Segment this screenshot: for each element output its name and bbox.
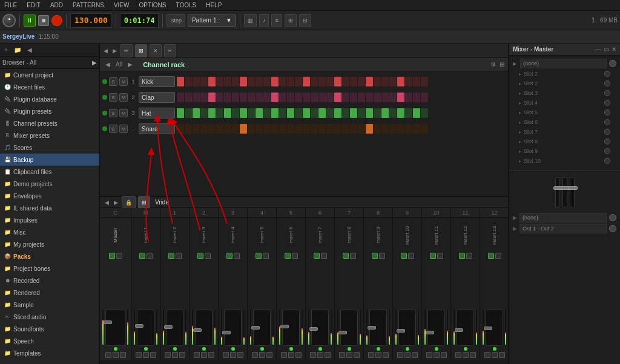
- mixer-ch-bottom-btn-2-5[interactable]: [259, 352, 265, 358]
- master-fader-knob-3[interactable]: [568, 186, 578, 190]
- slot-subknob-1[interactable]: [604, 71, 610, 77]
- mixer-ch-btn-2-5[interactable]: [263, 253, 269, 259]
- mixer-ch-btn-2-12[interactable]: [466, 253, 472, 259]
- mixer-ch-bottom-btn-1-1[interactable]: [136, 352, 142, 358]
- mixer-green-light-5[interactable]: [260, 347, 264, 351]
- pad-kick-25[interactable]: [374, 77, 381, 86]
- pad-hat-6[interactable]: [224, 108, 231, 118]
- mixer-fader-track-6[interactable]: [282, 310, 300, 346]
- record-button[interactable]: [51, 15, 62, 26]
- pad-hat-22[interactable]: [350, 108, 357, 118]
- mixer-ch-bottom-btn-2-6[interactable]: [288, 352, 294, 358]
- ch-power-kick[interactable]: [102, 79, 107, 84]
- pad-hat-31[interactable]: [421, 108, 428, 118]
- mixer-ch-bottom-btn-3-3[interactable]: [208, 352, 214, 358]
- mixer-fader-track-1[interactable]: [137, 310, 154, 346]
- mixer-fader-track-5[interactable]: [253, 310, 271, 346]
- pad-kick-4[interactable]: [208, 77, 216, 86]
- mixer-ch-btn-green-13[interactable]: [488, 253, 494, 259]
- sidebar-item-backup[interactable]: 💾 Backup: [0, 154, 99, 166]
- mixer-ch-btn-green-0[interactable]: [109, 253, 115, 259]
- menu-item-tools[interactable]: TOOLS: [174, 2, 198, 8]
- pad-snare-30[interactable]: [413, 124, 420, 134]
- pad-hat-30[interactable]: [413, 108, 420, 118]
- rack-grid-icon[interactable]: ⊞: [500, 61, 504, 68]
- toolbar-mixer-btn[interactable]: ▥: [244, 14, 257, 27]
- pad-clap-31[interactable]: [421, 93, 428, 102]
- pad-kick-19[interactable]: [326, 77, 334, 86]
- mixer-fader-track-11[interactable]: [427, 310, 445, 346]
- pad-kick-13[interactable]: [279, 77, 286, 86]
- pad-clap-13[interactable]: [279, 93, 286, 102]
- mixer-green-light-2[interactable]: [173, 347, 177, 351]
- mixer-green-light-1[interactable]: [144, 347, 148, 351]
- footer-slot-arrow-0[interactable]: ▶: [513, 215, 517, 221]
- sidebar-item-channel-presets[interactable]: 🎛 Channel presets: [0, 117, 99, 129]
- footer-slot-name-0[interactable]: (none): [519, 213, 607, 223]
- pl-view-btn[interactable]: ⊞: [138, 196, 150, 209]
- pad-snare-18[interactable]: [318, 124, 326, 134]
- mixer-ch-bottom-btn-3-2[interactable]: [179, 352, 185, 358]
- mixer-ch-btn-green-2[interactable]: [168, 253, 174, 259]
- seq-nav-left[interactable]: ◀: [102, 47, 109, 54]
- mixer-ch-btn-green-4[interactable]: [226, 253, 232, 259]
- mixer-green-light-9[interactable]: [377, 347, 380, 351]
- mixer-ch-bottom-btn-1-10[interactable]: [397, 352, 403, 358]
- pad-hat-29[interactable]: [405, 108, 412, 118]
- menu-item-file[interactable]: FILE: [2, 2, 19, 8]
- sidebar-item-sliced-audio[interactable]: ✂ Sliced audio: [0, 311, 99, 323]
- footer-slot-name-1[interactable]: Out 1 - Out 2: [519, 224, 607, 233]
- pad-hat-26[interactable]: [381, 108, 389, 118]
- mixer-ch-bottom-btn-2-1[interactable]: [143, 352, 149, 358]
- mixer-green-light-13[interactable]: [493, 347, 496, 351]
- pad-clap-17[interactable]: [311, 93, 318, 102]
- pad-kick-15[interactable]: [295, 77, 302, 86]
- pad-snare-5[interactable]: [216, 124, 223, 134]
- pad-hat-10[interactable]: [256, 108, 263, 118]
- pad-clap-12[interactable]: [271, 93, 279, 102]
- sidebar-item-il-shared-data[interactable]: 📁 IL shared data: [0, 202, 99, 214]
- sidebar-item-packs[interactable]: 📦 Packs: [0, 250, 99, 262]
- pad-hat-4[interactable]: [208, 108, 216, 118]
- mixer-ch-btn-green-1[interactable]: [139, 253, 145, 259]
- mixer-ch-bottom-btn-2-12[interactable]: [463, 352, 469, 358]
- pad-snare-25[interactable]: [374, 124, 381, 134]
- pad-kick-24[interactable]: [366, 77, 373, 86]
- seq-split-btn[interactable]: ✂: [164, 44, 176, 57]
- pad-snare-12[interactable]: [271, 124, 279, 134]
- pad-snare-17[interactable]: [311, 124, 318, 134]
- pad-clap-30[interactable]: [413, 93, 420, 102]
- mixer-ch-btn-2-8[interactable]: [350, 253, 356, 259]
- ch-solo-kick[interactable]: S: [109, 77, 117, 86]
- pad-clap-10[interactable]: [256, 93, 263, 102]
- mixer-ch-bottom-btn-2-4[interactable]: [230, 352, 236, 358]
- mixer-ch-bottom-btn-1-8[interactable]: [339, 352, 345, 358]
- pad-snare-15[interactable]: [295, 124, 302, 134]
- pad-hat-5[interactable]: [216, 108, 223, 118]
- mixer-ch-btn-green-7[interactable]: [314, 253, 320, 259]
- pad-snare-22[interactable]: [350, 124, 357, 134]
- slot-subknob-2[interactable]: [604, 80, 610, 86]
- pad-hat-19[interactable]: [326, 108, 334, 118]
- sidebar-item-clipboard-files[interactable]: 📋 Clipboard files: [0, 166, 99, 178]
- ch-name-btn-hat[interactable]: Hat: [139, 108, 175, 119]
- slot-subknob-8[interactable]: [604, 138, 610, 145]
- pad-clap-3[interactable]: [200, 93, 208, 102]
- mixer-fader-knob-4[interactable]: [222, 331, 231, 334]
- pad-kick-9[interactable]: [248, 77, 255, 86]
- mixer-ch-bottom-btn-1-9[interactable]: [368, 352, 374, 358]
- pad-kick-18[interactable]: [318, 77, 326, 86]
- ch-solo-clap[interactable]: S: [109, 93, 117, 102]
- mixer-ch-bottom-btn-2-13[interactable]: [492, 352, 498, 358]
- pad-clap-5[interactable]: [216, 93, 223, 102]
- pad-clap-1[interactable]: [185, 93, 192, 102]
- pad-hat-17[interactable]: [311, 108, 318, 118]
- menu-item-help[interactable]: HELP: [204, 2, 223, 8]
- sidebar-item-impulses[interactable]: 📁 Impulses: [0, 214, 99, 226]
- pad-hat-15[interactable]: [295, 108, 302, 118]
- slot-name-btn-0[interactable]: (none): [520, 59, 607, 68]
- pad-hat-14[interactable]: [287, 108, 294, 118]
- seq-select-btn[interactable]: ⊞: [135, 44, 147, 57]
- pad-snare-10[interactable]: [256, 124, 263, 134]
- mixer-fader-knob-12[interactable]: [455, 328, 463, 332]
